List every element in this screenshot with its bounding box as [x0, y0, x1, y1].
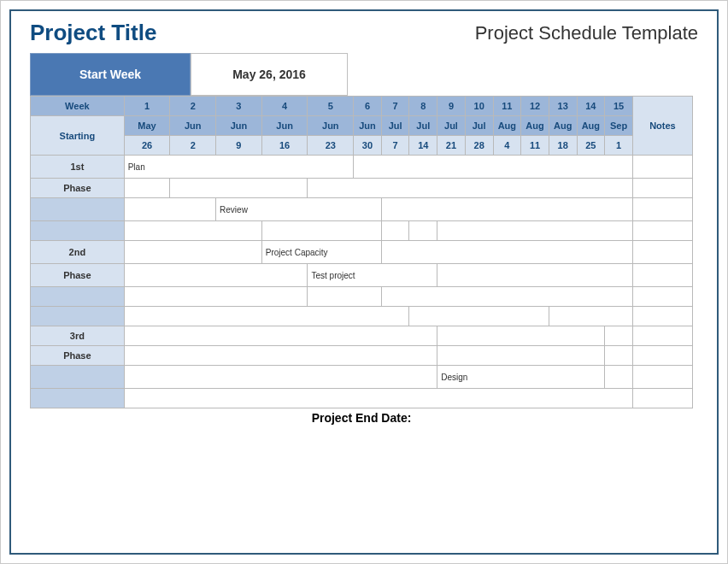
sheet-frame: Project Title Project Schedule Template …	[9, 9, 719, 555]
notes-cell[interactable]	[632, 156, 692, 179]
month-cell: Aug	[577, 116, 605, 136]
month-cell: Jun	[216, 116, 262, 136]
start-week-row: Start Week May 26, 2016	[30, 53, 698, 96]
month-cell: Jun	[261, 116, 308, 136]
day-cell: 25	[577, 136, 605, 156]
row-label: Phase	[31, 346, 125, 366]
notes-cell[interactable]	[632, 241, 692, 264]
day-cell: 21	[437, 136, 466, 156]
notes-cell[interactable]	[632, 221, 692, 241]
task-bar-review[interactable]: Review	[216, 198, 382, 221]
day-cell: 2	[170, 136, 216, 156]
month-cell: Jul	[381, 116, 409, 136]
gantt-table: Week 1 2 3 4 5 6 7 8 9 10 11 12 13 14 15…	[30, 96, 693, 427]
week-num: 2	[170, 97, 216, 116]
table-row: 2nd Project Capacity	[31, 241, 693, 264]
notes-cell[interactable]	[632, 198, 692, 221]
notes-cell[interactable]	[632, 366, 692, 389]
week-num: 13	[549, 97, 577, 116]
month-cell: Aug	[549, 116, 577, 136]
task-bar[interactable]	[409, 221, 437, 241]
task-bar[interactable]	[409, 307, 549, 326]
document-page: Project Title Project Schedule Template …	[0, 0, 728, 564]
row-label: Phase	[31, 264, 125, 287]
day-cell: 1	[605, 136, 633, 156]
notes-cell[interactable]	[632, 287, 692, 307]
row-label	[31, 389, 125, 408]
title-row: Project Title Project Schedule Template	[30, 20, 698, 46]
row-label: Phase	[31, 179, 125, 198]
table-row	[31, 389, 693, 408]
month-cell: Sep	[605, 116, 633, 136]
task-bar[interactable]	[437, 326, 605, 346]
month-cell: Jul	[465, 116, 493, 136]
task-bar[interactable]	[437, 346, 605, 366]
day-cell: 28	[465, 136, 493, 156]
day-cell: 30	[354, 136, 382, 156]
day-cell: 23	[308, 136, 354, 156]
task-bar[interactable]	[261, 221, 381, 241]
task-bar-plan[interactable]: Plan	[124, 156, 353, 179]
task-bar-design[interactable]: Design	[437, 366, 605, 389]
notes-cell[interactable]	[632, 307, 692, 326]
month-cell: Jul	[409, 116, 437, 136]
week-num: 1	[124, 97, 170, 116]
notes-cell[interactable]	[632, 326, 692, 346]
month-cell: May	[124, 116, 170, 136]
day-cell: 14	[409, 136, 437, 156]
month-cell: Aug	[493, 116, 521, 136]
notes-cell[interactable]	[632, 179, 692, 198]
end-date-row: Project End Date:	[31, 408, 693, 428]
row-label	[31, 287, 125, 307]
week-num: 11	[493, 97, 521, 116]
notes-cell[interactable]	[632, 389, 692, 408]
week-num: 10	[465, 97, 493, 116]
row-label	[31, 307, 125, 326]
notes-cell[interactable]	[632, 346, 692, 366]
week-num: 7	[381, 97, 409, 116]
notes-cell[interactable]	[632, 264, 692, 287]
table-row: 3rd	[31, 326, 693, 346]
row-label: 3rd	[31, 326, 125, 346]
table-row: Phase Test project	[31, 264, 693, 287]
task-bar[interactable]	[170, 179, 308, 198]
week-num: 15	[605, 97, 633, 116]
task-bar-test[interactable]: Test project	[308, 264, 437, 287]
template-title: Project Schedule Template	[475, 22, 698, 44]
day-cell: 7	[381, 136, 409, 156]
table-row: Design	[31, 366, 693, 389]
week-num: 4	[261, 97, 308, 116]
row-label: 1st	[31, 156, 125, 179]
table-row: 1st Plan	[31, 156, 693, 179]
project-title: Project Title	[30, 20, 156, 46]
month-cell: Jun	[308, 116, 354, 136]
starting-header: Starting	[31, 116, 125, 156]
row-label	[31, 366, 125, 389]
week-num: 6	[354, 97, 382, 116]
task-bar-capacity[interactable]: Project Capacity	[261, 241, 381, 264]
day-cell: 4	[493, 136, 521, 156]
week-num: 12	[521, 97, 549, 116]
week-num: 9	[437, 97, 466, 116]
table-row: Review	[31, 198, 693, 221]
notes-header: Notes	[632, 97, 692, 156]
month-cell: Aug	[521, 116, 549, 136]
month-cell: Jun	[354, 116, 382, 136]
day-cell: 9	[216, 136, 262, 156]
week-header: Week	[31, 97, 125, 116]
table-row: Phase	[31, 179, 693, 198]
task-bar[interactable]	[308, 287, 381, 307]
row-label: 2nd	[31, 241, 125, 264]
row-label	[31, 198, 125, 221]
table-row	[31, 307, 693, 326]
week-num: 3	[216, 97, 262, 116]
day-cell: 26	[124, 136, 170, 156]
week-num: 14	[577, 97, 605, 116]
month-row: Starting May Jun Jun Jun Jun Jun Jul Jul…	[31, 116, 693, 136]
start-week-date[interactable]: May 26, 2016	[191, 53, 348, 96]
table-row	[31, 221, 693, 241]
table-row	[31, 287, 693, 307]
end-date-label: Project End Date:	[31, 408, 693, 428]
start-week-label: Start Week	[30, 53, 191, 96]
row-label	[31, 221, 125, 241]
